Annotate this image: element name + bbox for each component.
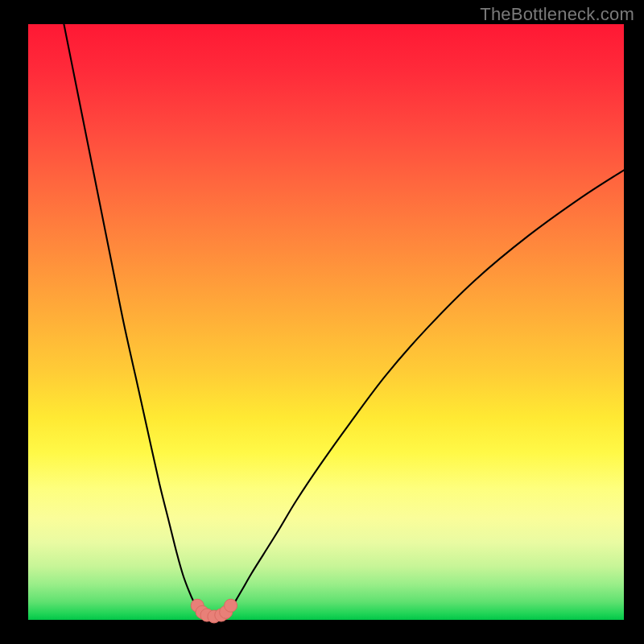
- curve-left-branch: [64, 24, 204, 615]
- valley-marker: [225, 599, 237, 612]
- watermark-text: TheBottleneck.com: [480, 4, 634, 25]
- chart-svg: [28, 24, 624, 620]
- chart-frame: TheBottleneck.com: [0, 0, 644, 644]
- valley-markers: [191, 599, 237, 623]
- curve-right-branch: [225, 170, 624, 615]
- plot-area: [28, 24, 624, 620]
